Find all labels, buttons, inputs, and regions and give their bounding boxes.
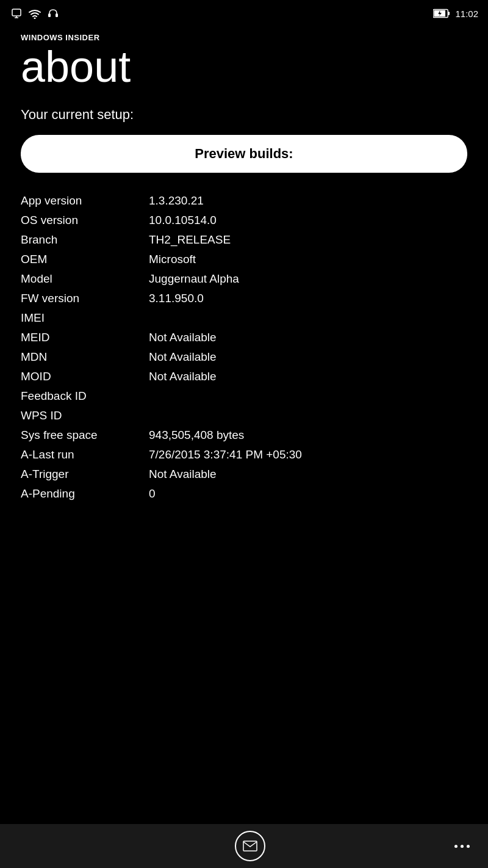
table-row: Sys free space943,505,408 bytes bbox=[21, 425, 467, 445]
info-value: Microsoft bbox=[149, 253, 467, 266]
status-right: 11:02 bbox=[433, 9, 478, 19]
info-label: A-Pending bbox=[21, 487, 149, 501]
svg-rect-5 bbox=[56, 13, 58, 17]
page-content: WINDOWS INSIDER about Your current setup… bbox=[0, 27, 488, 565]
info-label: Branch bbox=[21, 233, 149, 247]
info-value: 10.0.10514.0 bbox=[149, 214, 467, 227]
svg-rect-0 bbox=[12, 9, 21, 16]
table-row: A-TriggerNot Available bbox=[21, 465, 467, 484]
table-row: MEIDNot Available bbox=[21, 328, 467, 347]
table-row: MOIDNot Available bbox=[21, 367, 467, 386]
info-label: A-Trigger bbox=[21, 468, 149, 481]
headset-icon bbox=[46, 7, 60, 20]
taskbar-center bbox=[235, 831, 265, 861]
svg-rect-9 bbox=[243, 841, 257, 851]
info-label: Feedback ID bbox=[21, 389, 149, 403]
status-bar: 11:02 bbox=[0, 0, 488, 27]
info-table: App version1.3.230.21OS version10.0.1051… bbox=[21, 191, 467, 504]
info-value: Not Available bbox=[149, 370, 467, 383]
dot-2 bbox=[461, 845, 464, 848]
info-value: Not Available bbox=[149, 350, 467, 364]
info-label: Sys free space bbox=[21, 429, 149, 442]
dot-1 bbox=[454, 845, 458, 848]
main-content: WINDOWS INSIDER about Your current setup… bbox=[0, 27, 488, 516]
info-value: Juggernaut Alpha bbox=[149, 272, 467, 286]
dot-3 bbox=[467, 845, 470, 848]
time-display: 11:02 bbox=[455, 9, 478, 19]
setup-label: Your current setup: bbox=[21, 107, 467, 123]
info-value: 1.3.230.21 bbox=[149, 194, 467, 208]
info-value: Not Available bbox=[149, 331, 467, 344]
info-label: OS version bbox=[21, 214, 149, 227]
info-value: 3.11.950.0 bbox=[149, 292, 467, 305]
table-row: App version1.3.230.21 bbox=[21, 191, 467, 211]
info-label: MEID bbox=[21, 331, 149, 344]
info-value: 7/26/2015 3:37:41 PM +05:30 bbox=[149, 448, 467, 461]
svg-point-3 bbox=[34, 18, 36, 20]
table-row: FW version3.11.950.0 bbox=[21, 289, 467, 308]
taskbar bbox=[0, 824, 488, 868]
table-row: OS version10.0.10514.0 bbox=[21, 211, 467, 230]
table-row: A-Pending0 bbox=[21, 484, 467, 504]
wifi-icon bbox=[28, 7, 41, 20]
table-row: WPS ID bbox=[21, 406, 467, 425]
info-value: 0 bbox=[149, 487, 467, 501]
info-label: WPS ID bbox=[21, 409, 149, 422]
info-label: MOID bbox=[21, 370, 149, 383]
more-options-button[interactable] bbox=[454, 845, 470, 848]
table-row: Feedback ID bbox=[21, 386, 467, 406]
info-value: TH2_RELEASE bbox=[149, 233, 467, 247]
preview-builds-button[interactable]: Preview builds: bbox=[21, 135, 467, 173]
info-label: App version bbox=[21, 194, 149, 208]
status-icons bbox=[10, 7, 60, 20]
table-row: BranchTH2_RELEASE bbox=[21, 230, 467, 250]
mail-button[interactable] bbox=[235, 831, 265, 861]
info-label: MDN bbox=[21, 350, 149, 364]
notification-icon bbox=[10, 7, 23, 20]
info-value: Not Available bbox=[149, 468, 467, 481]
table-row: OEMMicrosoft bbox=[21, 250, 467, 269]
info-label: IMEI bbox=[21, 311, 149, 325]
info-label: A-Last run bbox=[21, 448, 149, 461]
page-heading: about bbox=[21, 45, 467, 89]
svg-rect-4 bbox=[48, 13, 51, 17]
table-row: A-Last run7/26/2015 3:37:41 PM +05:30 bbox=[21, 445, 467, 465]
battery-icon bbox=[433, 9, 450, 18]
table-row: ModelJuggernaut Alpha bbox=[21, 269, 467, 289]
app-title: WINDOWS INSIDER bbox=[21, 33, 467, 42]
info-label: FW version bbox=[21, 292, 149, 305]
info-label: OEM bbox=[21, 253, 149, 266]
table-row: IMEI bbox=[21, 308, 467, 328]
svg-rect-7 bbox=[448, 12, 450, 15]
info-value: 943,505,408 bytes bbox=[149, 429, 467, 442]
info-label: Model bbox=[21, 272, 149, 286]
table-row: MDNNot Available bbox=[21, 347, 467, 367]
